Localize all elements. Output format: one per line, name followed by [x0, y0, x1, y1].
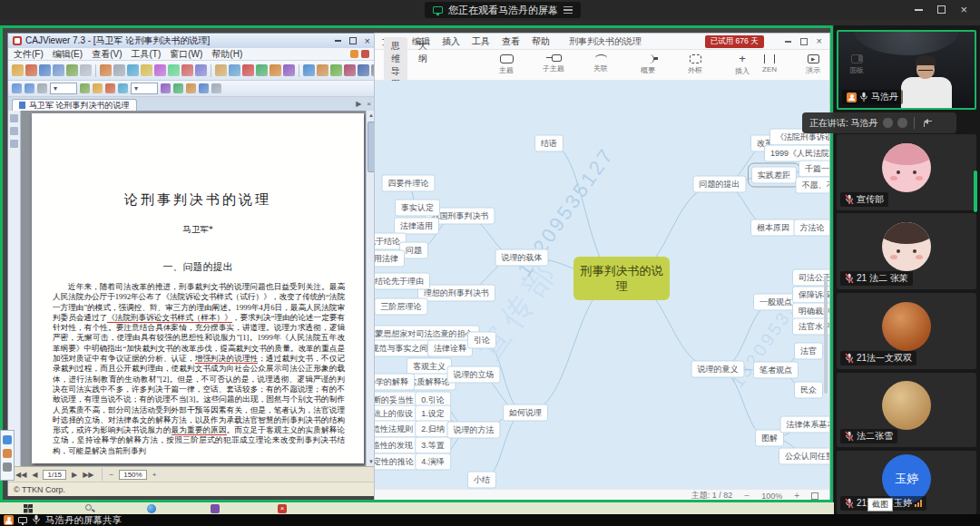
mindmap-node[interactable]: 事实认定 [395, 200, 440, 217]
login-icon[interactable] [350, 50, 358, 58]
toolbar-icon[interactable] [229, 64, 240, 76]
minimize-button[interactable] [335, 40, 341, 42]
mindmap-node[interactable]: 如何说理 [503, 404, 548, 422]
toolbar-icon[interactable] [215, 64, 227, 76]
mindmap-doc-name[interactable]: 刑事判决书的说理 [569, 35, 642, 48]
toolbar-icon[interactable] [80, 83, 90, 93]
mindmap-node[interactable]: 适用法律 [375, 250, 405, 268]
toolbar-icon[interactable] [127, 64, 139, 76]
toolbar-icon[interactable] [141, 64, 152, 76]
toolbar-icon[interactable] [53, 64, 64, 76]
tool-概要[interactable]: 概要 [634, 54, 662, 76]
toolbar-icon[interactable] [113, 64, 125, 76]
toolbar-icon[interactable] [25, 64, 37, 76]
mindmap-node[interactable]: 千篇一律 [799, 161, 829, 178]
menu-文件(F)[interactable]: 文件(F) [14, 48, 44, 61]
mindmap-node[interactable]: 法官 [794, 343, 823, 360]
tool-主题[interactable]: 主题 [493, 54, 520, 76]
toolbar-icon[interactable] [270, 64, 281, 76]
zoom-indicator[interactable]: 150% [119, 470, 146, 480]
mindmap-node[interactable]: 方法论 [794, 219, 830, 237]
mindmap-node[interactable]: 说理的立场 [447, 366, 501, 384]
document-tab[interactable]: 马卫军 论刑事判决书的说理 [12, 99, 137, 111]
menu-窗口(W)[interactable]: 窗口(W) [170, 48, 202, 61]
toolbar-icon[interactable] [161, 83, 171, 93]
toolbar-icon[interactable] [211, 83, 221, 93]
fit-screen-icon[interactable] [811, 492, 818, 500]
toolbar-icon[interactable] [173, 83, 183, 93]
toolbar-icon[interactable] [358, 64, 369, 76]
toolbar-icon[interactable] [154, 64, 166, 76]
mindmap-node[interactable]: 结语 [534, 135, 564, 152]
mindmap-node[interactable]: 创造性的发现 [375, 437, 419, 454]
mindmap-node[interactable]: 公众认同任重道远 [779, 448, 829, 465]
toolbar-dropdown[interactable]: ▾ [131, 83, 158, 94]
zoom-out-icon[interactable]: − [744, 491, 750, 501]
menu-帮助(H)[interactable]: 帮助(H) [211, 48, 242, 61]
cloud-icon[interactable] [361, 50, 369, 58]
mindmap-node[interactable]: 实践差距 [751, 167, 797, 184]
menu-插入[interactable]: 插入 [442, 35, 460, 48]
mindmap-node[interactable]: 小结 [467, 472, 496, 489]
central-topic[interactable]: 刑事判决书的说理 [573, 257, 670, 300]
toolbar-icon[interactable] [199, 83, 209, 93]
mindmap-node[interactable]: 2.归纳 [415, 421, 451, 438]
zoom-in-icon[interactable]: + [152, 471, 157, 479]
toolbar-icon[interactable] [186, 83, 196, 93]
toolbar-icon[interactable] [344, 64, 356, 76]
toolbar-icon[interactable] [66, 64, 78, 76]
cajviewer-titlebar[interactable]: CAJViewer 7.3 - [马卫军 论刑事判决书的说理] × [8, 34, 375, 48]
annotate-icon[interactable] [3, 435, 12, 444]
mindmap-node[interactable]: 法律诠释 [427, 340, 473, 357]
tool-ZEN[interactable]: ZEN [756, 54, 783, 75]
page-indicator[interactable]: 1/15 [43, 470, 66, 480]
mindmap-node[interactable]: 说理的载体 [495, 249, 549, 267]
canvas-zoom-level[interactable]: 100% [761, 492, 782, 501]
restore-button[interactable] [800, 38, 808, 45]
toolbar-icon[interactable] [105, 83, 115, 93]
mindmap-node[interactable]: 民众 [794, 382, 823, 399]
mindmap-canvas[interactable]: 宣传部 13209535127 13209535127 结语说理的载体我国刑事判… [375, 81, 829, 489]
canvas-scrollbar[interactable] [824, 276, 828, 394]
banner-menu-icon[interactable] [564, 6, 573, 14]
panel-scrollbar-thumb[interactable] [974, 170, 977, 212]
menu-工具(T)[interactable]: 工具(T) [131, 48, 161, 61]
menu-工具[interactable]: 工具 [472, 35, 490, 48]
zoom-out-icon[interactable]: − [110, 471, 114, 479]
close-button[interactable]: × [365, 37, 370, 45]
toolbar-icon[interactable] [100, 64, 112, 76]
last-page-icon[interactable]: ▶▶ [83, 471, 93, 479]
toolbar-icon[interactable] [12, 83, 22, 93]
mindmap-node[interactable]: 四要件理论 [382, 175, 436, 192]
floating-annotation-toolbar[interactable] [0, 430, 15, 481]
participant-tile[interactable]: 21 法二 张茉 [837, 213, 976, 289]
toolbar-icon[interactable] [330, 64, 342, 76]
browser-icon[interactable] [147, 504, 156, 513]
clap-reaction-icon[interactable] [883, 118, 893, 128]
menu-right-icons[interactable] [350, 50, 369, 58]
menu-编辑(E)[interactable]: 编辑(E) [53, 48, 83, 61]
toolbar-icon[interactable] [256, 64, 268, 76]
mindmap-node[interactable]: 结论先于理由 [375, 273, 430, 290]
mindmap-node[interactable]: 3.等置 [415, 437, 451, 454]
menu-查看[interactable]: 查看 [502, 35, 520, 48]
app-icon[interactable] [211, 504, 220, 513]
minimize-button[interactable] [915, 9, 923, 11]
tool-插入[interactable]: +插入 [729, 54, 756, 76]
toolbar-icon[interactable] [283, 64, 295, 76]
mindmap-node[interactable]: 确定性的推论 [375, 453, 420, 471]
more-tools-icon[interactable] [3, 463, 12, 472]
trial-badge[interactable]: 已试用 676 天 [705, 35, 764, 48]
mindmap-node[interactable]: 规范性法规则 [375, 421, 419, 438]
restore-button[interactable] [937, 5, 946, 14]
mindmap-node[interactable]: 问题的提出 [693, 176, 747, 193]
mindmap-node[interactable]: 法律体系基本点 [780, 416, 830, 433]
mindmap-node[interactable]: 说理的方法 [447, 422, 501, 439]
reply-icon[interactable] [921, 119, 932, 128]
participant-tile[interactable]: 法二张雪 [837, 373, 976, 447]
toolbar-icon[interactable] [242, 64, 254, 76]
toolbar-icon[interactable] [93, 83, 103, 93]
mindmap-node[interactable]: 引论 [467, 332, 496, 349]
toolbar-icon[interactable] [12, 64, 24, 76]
toolbar-icon[interactable] [303, 64, 315, 76]
